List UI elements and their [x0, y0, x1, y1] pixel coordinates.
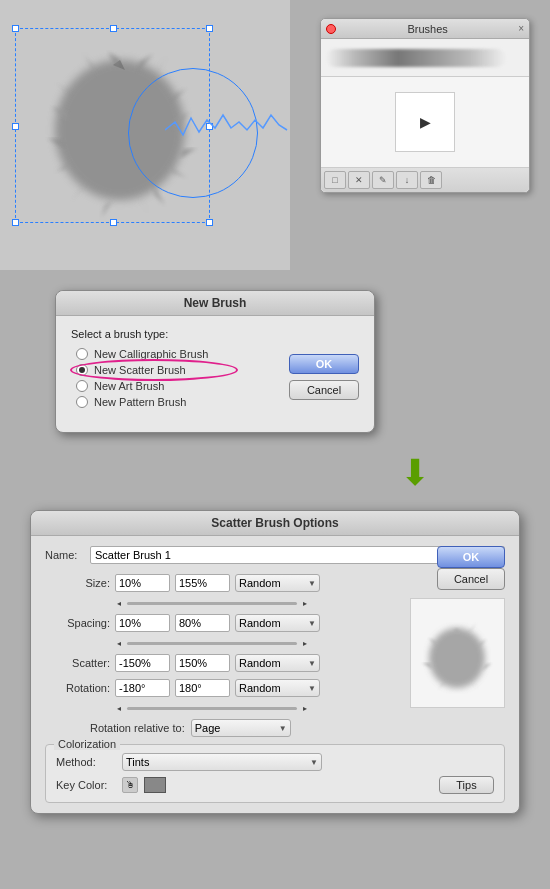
new-brush-dialog-title: New Brush: [56, 291, 374, 316]
colorization-method-row: Method: Tints ▼: [56, 753, 494, 771]
scatter-name-row: Name:: [45, 546, 505, 564]
scatter-size-label: Size:: [45, 577, 110, 589]
radio-btn-calligraphic[interactable]: [76, 348, 88, 360]
scatter-scatter-dropdown[interactable]: Random ▼: [235, 654, 320, 672]
scatter-dialog-body: OK Cancel Name:: [31, 536, 519, 813]
handle-tl[interactable]: [12, 25, 19, 32]
brushes-toolbar: □ ✕ ✎ ↓ 🗑: [321, 167, 529, 192]
new-brush-ok-btn[interactable]: OK: [289, 354, 359, 374]
scatter-ok-btn[interactable]: OK: [437, 546, 505, 568]
brushes-tab-x[interactable]: ×: [518, 23, 524, 34]
rotation-relative-dropdown-arrow: ▼: [279, 724, 287, 733]
jagged-line-svg: [165, 100, 290, 160]
brush-type-label: Select a brush type:: [71, 328, 359, 340]
handle-tr[interactable]: [206, 25, 213, 32]
scatter-size-input1[interactable]: [115, 574, 170, 592]
tri-right2: ▸: [303, 639, 307, 648]
key-color-label: Key Color:: [56, 779, 116, 791]
scatter-dialog-title: Scatter Brush Options: [31, 511, 519, 536]
scatter-rotation-dropdown-arrow: ▼: [308, 684, 316, 693]
scatter-size-track[interactable]: [127, 602, 297, 605]
scatter-rotation-input2[interactable]: [175, 679, 230, 697]
brushes-title: Brushes: [339, 23, 516, 35]
scatter-spacing-track[interactable]: [127, 642, 297, 645]
scatter-scatter-dropdown-value: Random: [239, 657, 281, 669]
svg-marker-23: [470, 680, 479, 690]
scatter-preview-svg: [415, 603, 500, 703]
handle-br[interactable]: [206, 219, 213, 226]
colorization-group: Colorization Method: Tints ▼ Key Color: …: [45, 744, 505, 803]
method-dropdown[interactable]: Tints ▼: [122, 753, 322, 771]
scatter-size-row: Size: Random ▼: [45, 574, 505, 592]
eyedropper-symbol: 🖱: [126, 780, 135, 790]
brushes-import-btn[interactable]: ↓: [396, 171, 418, 189]
radio-btn-pattern[interactable]: [76, 396, 88, 408]
handle-tm[interactable]: [110, 25, 117, 32]
key-color-swatch[interactable]: [144, 777, 166, 793]
scatter-scatter-input2[interactable]: [175, 654, 230, 672]
radio-label-calligraphic: New Calligraphic Brush: [94, 348, 208, 360]
handle-bm[interactable]: [110, 219, 117, 226]
scatter-size-dropdown[interactable]: Random ▼: [235, 574, 320, 592]
brushes-new-btn[interactable]: □: [324, 171, 346, 189]
tri-left: ◂: [117, 599, 121, 608]
scatter-size-dropdown-value: Random: [239, 577, 281, 589]
scatter-scatter-label: Scatter:: [45, 657, 110, 669]
rotation-relative-row: Rotation relative to: Page ▼: [90, 719, 505, 737]
scatter-scatter-input1[interactable]: [115, 654, 170, 672]
rotation-relative-label: Rotation relative to:: [90, 722, 185, 734]
new-brush-dialog: New Brush Select a brush type: New Calli…: [55, 290, 375, 433]
method-dropdown-arrow: ▼: [310, 758, 318, 767]
scatter-rotation-dropdown-value: Random: [239, 682, 281, 694]
scatter-rotation-dropdown[interactable]: Random ▼: [235, 679, 320, 697]
brushes-content: ▶: [321, 77, 529, 167]
rotation-relative-dropdown[interactable]: Page ▼: [191, 719, 291, 737]
scatter-spacing-label: Spacing:: [45, 617, 110, 629]
colorization-legend: Colorization: [54, 738, 120, 750]
key-color-row: Key Color: 🖱 Tips: [56, 776, 494, 794]
scatter-spacing-input2[interactable]: [175, 614, 230, 632]
scatter-name-label: Name:: [45, 549, 85, 561]
brushes-panel: Brushes × ▶ □ ✕ ✎ ↓ 🗑: [320, 18, 530, 193]
brushes-close-btn[interactable]: [326, 24, 336, 34]
brushes-export-btn[interactable]: 🗑: [420, 171, 442, 189]
radio-btn-art[interactable]: [76, 380, 88, 392]
brushes-preview-row: [321, 39, 529, 77]
handle-lm[interactable]: [12, 123, 19, 130]
scatter-spacing-input1[interactable]: [115, 614, 170, 632]
scatter-spacing-dropdown-arrow: ▼: [308, 619, 316, 628]
tri-left3: ◂: [117, 704, 121, 713]
brushes-delete-btn[interactable]: ✕: [348, 171, 370, 189]
tri-right3: ▸: [303, 704, 307, 713]
tri-right: ▸: [303, 599, 307, 608]
eyedropper-icon[interactable]: 🖱: [122, 777, 138, 793]
scatter-spacing-dropdown-value: Random: [239, 617, 281, 629]
scatter-spacing-dropdown[interactable]: Random ▼: [235, 614, 320, 632]
cursor-icon: ▶: [420, 114, 431, 130]
handle-bl[interactable]: [12, 219, 19, 226]
scatter-rotation-label: Rotation:: [45, 682, 110, 694]
scatter-brush-preview: [410, 598, 505, 708]
scatter-rotation-track[interactable]: [127, 707, 297, 710]
scatter-size-dropdown-arrow: ▼: [308, 579, 316, 588]
scatter-brush-dialog: Scatter Brush Options OK Cancel: [30, 510, 520, 814]
new-brush-cancel-btn[interactable]: Cancel: [289, 380, 359, 400]
canvas-area: ×: [0, 0, 290, 270]
scatter-scatter-dropdown-arrow: ▼: [308, 659, 316, 668]
tri-left2: ◂: [117, 639, 121, 648]
tips-btn[interactable]: Tips: [439, 776, 494, 794]
brush-thumbnail[interactable]: ▶: [395, 92, 455, 152]
rotation-relative-value: Page: [195, 722, 221, 734]
scatter-rotation-input1[interactable]: [115, 679, 170, 697]
scatter-cancel-btn[interactable]: Cancel: [437, 568, 505, 590]
radio-btn-scatter[interactable]: [76, 364, 88, 376]
svg-point-18: [429, 628, 485, 688]
new-brush-dialog-buttons: OK Cancel: [289, 354, 359, 400]
method-value: Tints: [126, 756, 149, 768]
radio-label-art: New Art Brush: [94, 380, 164, 392]
radio-label-pattern: New Pattern Brush: [94, 396, 186, 408]
down-arrow: ⬇: [400, 455, 430, 491]
scatter-size-input2[interactable]: [175, 574, 230, 592]
brushes-options-btn[interactable]: ✎: [372, 171, 394, 189]
brushes-titlebar: Brushes ×: [321, 19, 529, 39]
